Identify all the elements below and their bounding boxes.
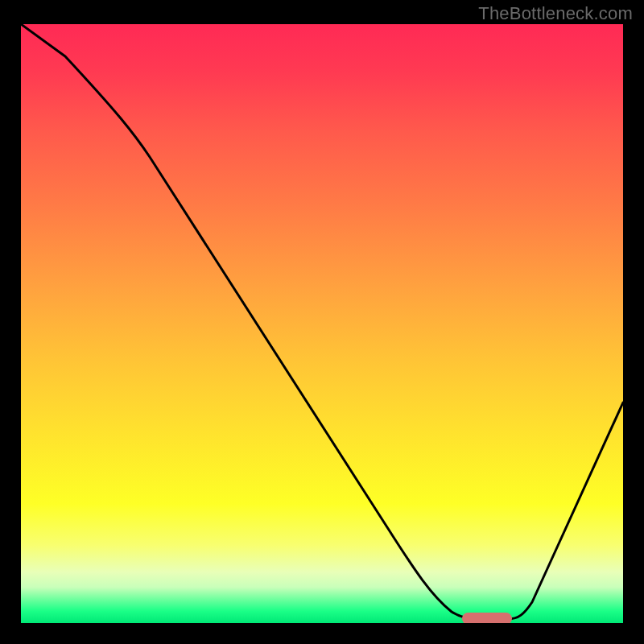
curve-path [21, 24, 623, 619]
chart-frame: TheBottleneck.com [0, 0, 644, 644]
plot-area [21, 24, 623, 623]
optimal-range-indicator [462, 613, 512, 623]
watermark-text: TheBottleneck.com [478, 3, 633, 24]
bottleneck-curve [21, 24, 623, 623]
